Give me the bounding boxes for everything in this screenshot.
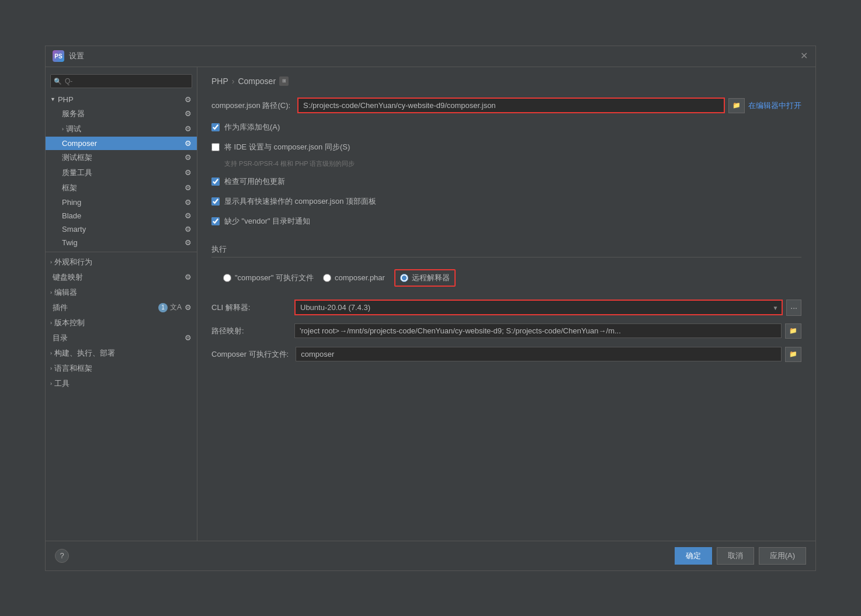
sidebar-item-twig-label: Twig	[62, 238, 78, 247]
search-input[interactable]	[50, 74, 192, 88]
help-icon: ?	[60, 551, 64, 560]
sidebar-group-php[interactable]: ▼ PHP ⚙	[46, 93, 197, 106]
search-box: 🔍	[50, 74, 192, 88]
sidebar-group-tools[interactable]: › 工具	[46, 376, 197, 391]
breadcrumb-separator: ›	[232, 76, 235, 86]
vc-caret-icon: ›	[50, 320, 52, 326]
cli-select-wrap: Ubuntu-20.04 (7.4.3) ▼	[294, 300, 783, 315]
check-updates-label[interactable]: 检查可用的包更新	[224, 176, 285, 187]
editor-caret-icon: ›	[50, 290, 52, 295]
sidebar-item-directory[interactable]: 目录 ⚙	[46, 330, 197, 346]
radio-remote-interpreter[interactable]: 远程解释器	[394, 269, 456, 287]
vendor-notify-label[interactable]: 缺少 "vendor" 目录时通知	[224, 216, 310, 227]
sidebar-group-vc-label: 版本控制	[54, 318, 85, 328]
check-updates-checkbox[interactable]	[211, 178, 220, 186]
composer-json-field-wrap: 📁 在编辑器中打开	[297, 98, 801, 113]
sidebar-item-debug-label: 调试	[66, 124, 81, 134]
keymap-settings-icon: ⚙	[184, 273, 192, 281]
cli-interpreter-select[interactable]: Ubuntu-20.04 (7.4.3)	[294, 300, 783, 315]
plugins-settings-icon: ⚙	[184, 304, 192, 312]
ok-button[interactable]: 确定	[675, 547, 712, 565]
help-button[interactable]: ?	[55, 549, 69, 563]
sidebar-item-phing-label: Phing	[62, 198, 81, 207]
sidebar-item-composer[interactable]: Composer ⚙	[46, 137, 197, 150]
sidebar-item-server[interactable]: 服务器 ⚙	[46, 106, 197, 121]
sidebar-item-server-label: 服务器	[62, 109, 85, 119]
lang-caret-icon: ›	[50, 366, 52, 371]
apply-button[interactable]: 应用(A)	[759, 547, 806, 565]
path-mapping-label: 路径映射:	[211, 326, 287, 336]
radio-composer-executable[interactable]: "composer" 可执行文件	[223, 273, 314, 283]
vendor-notify-checkbox[interactable]	[211, 217, 220, 225]
sidebar: 🔍 ▼ PHP ⚙ 服务器 ⚙ › 调试 ⚙ Composer	[46, 67, 197, 541]
add-as-package-label[interactable]: 作为库添加包(A)	[224, 122, 280, 133]
remote-interpreter-label[interactable]: 远程解释器	[412, 273, 450, 283]
show-panel-checkbox[interactable]	[211, 197, 220, 206]
sidebar-item-phing[interactable]: Phing ⚙	[46, 196, 197, 209]
sidebar-item-blade-label: Blade	[62, 211, 81, 220]
title-bar: PS 设置 ✕	[46, 46, 815, 67]
add-as-package-checkbox[interactable]	[211, 123, 220, 131]
cli-interpreter-label: CLI 解释器:	[211, 302, 287, 313]
composer-executable-radio[interactable]	[223, 274, 231, 282]
composer-exec-label: Composer 可执行文件:	[211, 349, 289, 360]
debug-settings-icon: ⚙	[184, 125, 192, 133]
close-button[interactable]: ✕	[799, 51, 808, 61]
checkbox-show-panel: 显示具有快速操作的 composer.json 顶部面板	[211, 195, 801, 208]
checkbox-vendor-notify: 缺少 "vendor" 目录时通知	[211, 215, 801, 228]
sidebar-group-editor[interactable]: › 编辑器	[46, 285, 197, 300]
sidebar-group-appearance[interactable]: › 外观和行为	[46, 255, 197, 270]
sidebar-item-quality-tools[interactable]: 质量工具 ⚙	[46, 165, 197, 180]
sidebar-item-keymap[interactable]: 键盘映射 ⚙	[46, 270, 197, 285]
dir-settings-icon: ⚙	[184, 334, 192, 342]
path-mapping-browse-button[interactable]: 📁	[785, 323, 801, 339]
cancel-button[interactable]: 取消	[717, 547, 754, 565]
cli-browse-button[interactable]: ···	[786, 300, 801, 316]
radio-composer-phar[interactable]: composer.phar	[323, 273, 385, 282]
search-icon: 🔍	[54, 77, 62, 85]
breadcrumb: PHP › Composer ⊞	[211, 76, 801, 86]
sidebar-item-test-framework[interactable]: 测试框架 ⚙	[46, 150, 197, 165]
composer-executable-label[interactable]: "composer" 可执行文件	[235, 273, 314, 283]
cli-interpreter-row: CLI 解释器: Ubuntu-20.04 (7.4.3) ▼ ···	[211, 300, 801, 316]
composer-json-row: composer.json 路径(C): 📁 在编辑器中打开	[211, 98, 801, 114]
execution-label: 执行	[211, 244, 801, 257]
composer-phar-label[interactable]: composer.phar	[335, 273, 385, 282]
breadcrumb-composer: Composer	[238, 76, 276, 86]
open-in-editor-link[interactable]: 在编辑器中打开	[748, 100, 801, 111]
sidebar-item-smarty[interactable]: Smarty ⚙	[46, 222, 197, 236]
sidebar-group-build[interactable]: › 构建、执行、部署	[46, 346, 197, 361]
breadcrumb-icon: ⊞	[279, 76, 289, 86]
twig-settings-icon: ⚙	[184, 238, 192, 246]
sidebar-item-keymap-label: 键盘映射	[53, 272, 83, 283]
path-folder-icon: 📁	[789, 327, 797, 335]
sync-ide-label[interactable]: 将 IDE 设置与 composer.json 同步(S)	[224, 142, 350, 152]
sidebar-group-appearance-label: 外观和行为	[54, 257, 92, 267]
sidebar-item-test-label: 测试框架	[62, 152, 92, 163]
checkbox-check-updates: 检查可用的包更新	[211, 175, 801, 188]
sidebar-group-php-label: PHP	[58, 95, 74, 104]
sidebar-item-dir-label: 目录	[53, 333, 68, 343]
sidebar-item-twig[interactable]: Twig ⚙	[46, 236, 197, 249]
show-panel-label[interactable]: 显示具有快速操作的 composer.json 顶部面板	[224, 196, 376, 207]
path-mapping-input[interactable]	[294, 323, 782, 338]
composer-exec-browse-button[interactable]: 📁	[785, 347, 801, 362]
title-bar-left: PS 设置	[53, 50, 84, 62]
composer-json-input[interactable]	[297, 98, 725, 113]
sync-ide-checkbox[interactable]	[211, 143, 220, 151]
composer-exec-input[interactable]	[296, 347, 782, 361]
sidebar-item-debug[interactable]: › 调试 ⚙	[46, 121, 197, 137]
app-icon: PS	[53, 50, 64, 62]
remote-interpreter-radio[interactable]	[400, 274, 408, 282]
sidebar-item-framework[interactable]: 框架 ⚙	[46, 180, 197, 196]
composer-phar-radio[interactable]	[323, 274, 331, 282]
settings-dialog: PS 设置 ✕ 🔍 ▼ PHP ⚙ 服务器 ⚙ ›	[45, 46, 816, 571]
sidebar-group-language[interactable]: › 语言和框架	[46, 361, 197, 376]
composer-json-browse-button[interactable]: 📁	[728, 98, 745, 113]
sidebar-item-blade[interactable]: Blade ⚙	[46, 209, 197, 222]
sidebar-item-plugins[interactable]: 插件 1 文A ⚙	[46, 300, 197, 315]
composer-exec-field-wrap: 📁	[296, 347, 801, 362]
test-settings-icon: ⚙	[184, 154, 192, 162]
cli-interpreter-field-wrap: Ubuntu-20.04 (7.4.3) ▼ ···	[294, 300, 801, 316]
sidebar-group-version-control[interactable]: › 版本控制	[46, 315, 197, 330]
